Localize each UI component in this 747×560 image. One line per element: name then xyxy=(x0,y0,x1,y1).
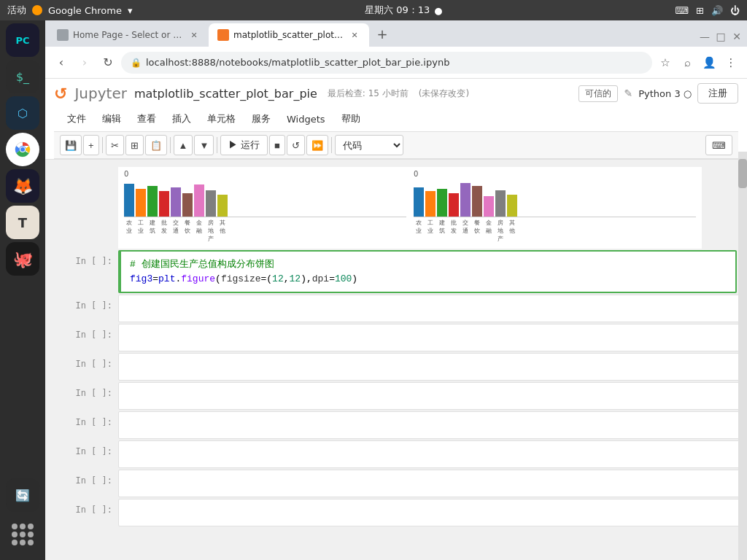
active-cell-content[interactable]: # 创建国民生产总值构成分布饼图 fig3=plt.figure(figsize… xyxy=(121,252,735,292)
bar-qita-right xyxy=(507,195,517,217)
svg-point-3 xyxy=(20,147,25,152)
bar-gongye-left xyxy=(136,189,146,217)
label-jinrong-left: 金融 xyxy=(194,219,204,243)
run-button[interactable]: ▶ 运行 xyxy=(220,135,268,155)
bar-qita-left xyxy=(217,195,228,217)
tab-jupyter-close[interactable]: ✕ xyxy=(349,29,360,41)
close-button[interactable]: ✕ xyxy=(729,29,744,44)
sidebar-item-pycharm[interactable]: PC xyxy=(6,23,39,57)
sidebar-item-update[interactable]: 🔄 xyxy=(6,478,39,512)
notebook-content[interactable]: 0 农业 工业 建筑 xyxy=(45,160,747,560)
menu-edit[interactable]: 编辑 xyxy=(95,109,128,128)
label-jiaotong-right: 交通 xyxy=(460,219,471,243)
sidebar-item-terminal[interactable]: $_ xyxy=(6,60,39,93)
add-cell-button[interactable]: + xyxy=(83,135,99,155)
active-code-cell[interactable]: # 创建国民生产总值构成分布饼图 fig3=plt.figure(figsize… xyxy=(118,250,737,293)
move-down-button[interactable]: ▼ xyxy=(194,135,214,155)
empty-cell-4-body[interactable] xyxy=(118,382,740,410)
sidebar-item-gitkraken[interactable]: 🐙 xyxy=(6,242,39,276)
home-tab-favicon xyxy=(57,29,69,41)
right-chart-bars xyxy=(414,179,696,217)
register-button[interactable]: 注册 xyxy=(697,83,738,104)
gitkraken-icon: 🐙 xyxy=(13,250,33,268)
scrollbar-thumb[interactable] xyxy=(738,159,747,188)
empty-code-cell-4[interactable] xyxy=(118,382,740,410)
back-button[interactable]: ‹ xyxy=(51,52,71,73)
cut-button[interactable]: ✂ xyxy=(106,135,124,155)
dropdown-arrow-icon: ▾ xyxy=(128,5,133,16)
save-button[interactable]: 💾 xyxy=(60,135,82,155)
forward-button[interactable]: › xyxy=(74,52,95,73)
empty-code-cell-3[interactable] xyxy=(118,353,740,381)
sidebar-item-vscode[interactable]: ⬡ xyxy=(6,96,39,130)
empty-cell-8-body[interactable] xyxy=(118,499,740,526)
new-tab-button[interactable]: + xyxy=(372,23,392,44)
empty-code-cell-5[interactable] xyxy=(118,411,740,439)
empty-cell-7: In [ ]: xyxy=(53,470,740,497)
empty-cell-7-body[interactable] xyxy=(118,470,740,497)
label-canting-right: 餐饮 xyxy=(472,219,482,243)
empty-cell-2-body[interactable] xyxy=(118,324,740,351)
reload-button[interactable]: ↻ xyxy=(98,52,118,73)
menu-widgets[interactable]: Widgets xyxy=(279,111,333,128)
empty-cell-5-body[interactable] xyxy=(118,411,740,439)
move-up-button[interactable]: ▲ xyxy=(174,135,193,155)
empty-cell-1-body[interactable] xyxy=(118,295,740,322)
sidebar-item-typora[interactable]: T xyxy=(6,206,39,239)
label-pifa-left: 批发 xyxy=(159,219,169,243)
account-button[interactable]: 👤 xyxy=(699,52,719,73)
menu-file[interactable]: 文件 xyxy=(60,109,93,128)
copy-button[interactable]: ⊞ xyxy=(125,135,144,155)
jupyter-filename: matplotlib_scatter_plot_bar_pie xyxy=(134,87,317,101)
url-bar[interactable]: 🔒 localhost:8888/notebooks/matplotlib_sc… xyxy=(121,52,652,74)
window-controls: — □ ✕ xyxy=(697,29,747,47)
maximize-button[interactable]: □ xyxy=(713,29,728,44)
sidebar-item-firefox[interactable]: 🦊 xyxy=(6,169,39,203)
active-cell-prompt: In [ ]: xyxy=(53,250,118,272)
code-line-comment: # 创建国民生产总值构成分布饼图 xyxy=(130,257,727,272)
bar-jiaotong-right xyxy=(460,183,471,217)
activities-label[interactable]: 活动 xyxy=(7,4,26,17)
empty-code-cell-7[interactable] xyxy=(118,470,740,497)
label-jianzhu-left: 建筑 xyxy=(147,219,158,243)
restart-button[interactable]: ↺ xyxy=(287,135,305,155)
minimize-button[interactable]: — xyxy=(697,29,712,44)
tab-home-close[interactable]: ✕ xyxy=(188,29,200,41)
empty-code-cell-6[interactable] xyxy=(118,440,740,468)
empty-code-cell-1[interactable] xyxy=(118,295,740,322)
sidebar-item-apps[interactable] xyxy=(6,518,39,551)
menu-kernel[interactable]: 服务 xyxy=(244,109,278,128)
label-fangdichan-right: 房地产 xyxy=(495,219,506,243)
sidebar-item-chrome[interactable] xyxy=(6,133,39,166)
bookmark-button[interactable]: ☆ xyxy=(655,52,676,73)
label-fangdichan-left: 房地产 xyxy=(206,219,216,243)
trusted-button[interactable]: 可信的 xyxy=(578,85,618,102)
lock-icon: 🔒 xyxy=(131,58,142,68)
empty-code-cell-8[interactable] xyxy=(118,499,740,526)
tab-home[interactable]: Home Page - Select or cre ✕ xyxy=(48,23,209,47)
menu-view[interactable]: 查看 xyxy=(130,109,163,128)
menu-cell[interactable]: 单元格 xyxy=(200,109,243,128)
trusted-label: 可信的 xyxy=(585,88,611,98)
paste-button[interactable]: 📋 xyxy=(145,135,167,155)
menu-help[interactable]: 帮助 xyxy=(334,109,368,128)
empty-cell-6-body[interactable] xyxy=(118,440,740,468)
code-plt: plt xyxy=(158,273,175,284)
stop-button[interactable]: ■ xyxy=(269,135,285,155)
tab-jupyter[interactable]: matplotlib_scatter_plot_... ✕ xyxy=(209,23,369,47)
toolbar-separator-4 xyxy=(331,137,332,153)
browser: Home Page - Select or cre ✕ matplotlib_s… xyxy=(45,20,747,560)
empty-cell-3-body[interactable] xyxy=(118,353,740,381)
scrollbar-track[interactable] xyxy=(738,152,747,560)
search-button[interactable]: ⌕ xyxy=(677,52,697,73)
active-cell-body[interactable]: # 创建国民生产总值构成分布饼图 fig3=plt.figure(figsize… xyxy=(118,250,737,293)
keyboard-shortcuts-button[interactable]: ⌨ xyxy=(705,135,732,155)
menu-insert[interactable]: 插入 xyxy=(165,109,198,128)
code-equals: = xyxy=(152,273,158,284)
empty-code-cell-2[interactable] xyxy=(118,324,740,351)
restart-run-button[interactable]: ⏩ xyxy=(306,135,328,155)
menu-button[interactable]: ⋮ xyxy=(721,52,741,73)
cell-type-select[interactable]: 代码 Markdown xyxy=(335,135,403,155)
vscode-icon: ⬡ xyxy=(18,106,28,120)
volume-icon: 🔊 xyxy=(711,5,723,16)
